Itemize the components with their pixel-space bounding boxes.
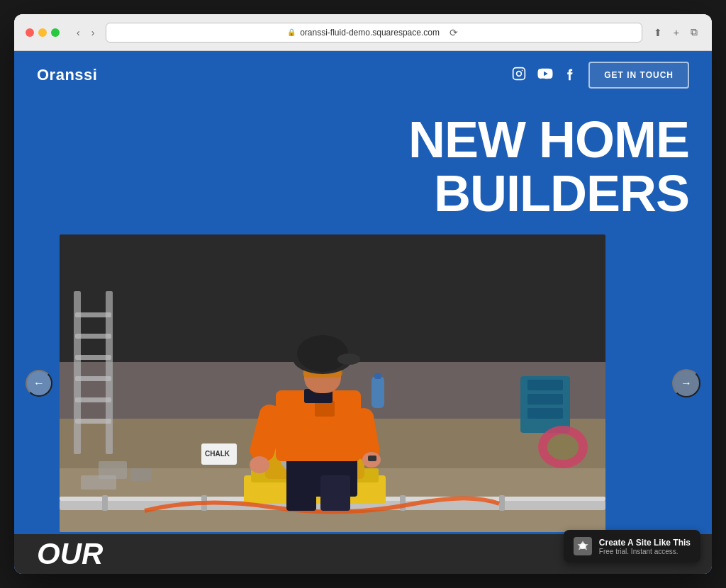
svg-point-62 xyxy=(580,543,586,549)
hero-title-area: NEW HOME BUILDERS xyxy=(14,99,712,232)
svg-rect-47 xyxy=(286,475,316,511)
svg-point-2 xyxy=(522,69,523,71)
lock-icon: 🔒 xyxy=(287,28,296,36)
svg-rect-43 xyxy=(75,376,111,381)
svg-rect-12 xyxy=(527,394,563,405)
svg-rect-26 xyxy=(102,495,108,511)
svg-rect-50 xyxy=(315,401,335,417)
close-button[interactable] xyxy=(26,28,34,37)
svg-rect-21 xyxy=(374,373,381,379)
svg-rect-18 xyxy=(130,468,152,481)
sq-logo-icon xyxy=(574,537,592,555)
svg-rect-11 xyxy=(527,380,563,390)
slider-next-button[interactable]: → xyxy=(672,369,700,397)
svg-rect-48 xyxy=(320,475,350,511)
traffic-lights xyxy=(26,28,60,37)
slider-image: CHALK xyxy=(60,234,605,532)
slider-prev-button[interactable]: ← xyxy=(26,370,52,397)
hero-title-line1: NEW HOME xyxy=(37,113,689,167)
get-in-touch-button[interactable]: GET IN TOUCH xyxy=(588,62,689,89)
new-tab-icon[interactable]: + xyxy=(671,26,682,40)
fullscreen-button[interactable] xyxy=(51,28,60,37)
browser-controls: ‹ › xyxy=(74,26,97,40)
svg-rect-42 xyxy=(75,355,111,360)
browser-actions: ⬆ + ⧉ xyxy=(651,25,700,40)
facebook-icon[interactable] xyxy=(564,66,574,85)
svg-rect-20 xyxy=(372,376,384,408)
hero-title: NEW HOME BUILDERS xyxy=(37,113,689,220)
sq-main-text: Create A Site Like This xyxy=(599,538,691,548)
svg-rect-41 xyxy=(75,334,111,339)
svg-rect-44 xyxy=(75,397,111,402)
svg-rect-13 xyxy=(527,408,563,419)
svg-rect-0 xyxy=(513,67,525,79)
website: Oranssi xyxy=(14,51,712,574)
svg-rect-56 xyxy=(368,456,376,461)
prev-arrow-icon: ← xyxy=(33,377,45,390)
hero-title-line2: BUILDERS xyxy=(37,167,689,221)
svg-rect-45 xyxy=(75,419,111,424)
instagram-icon[interactable] xyxy=(512,67,526,84)
hero-section: NEW HOME BUILDERS ← xyxy=(14,99,712,574)
tabs-icon[interactable]: ⧉ xyxy=(688,25,700,40)
youtube-icon[interactable] xyxy=(537,68,553,83)
svg-rect-19 xyxy=(81,475,116,490)
svg-point-1 xyxy=(517,71,522,76)
minimize-button[interactable] xyxy=(38,28,47,37)
sq-sub-text: Free trial. Instant access. xyxy=(599,548,691,555)
address-bar[interactable]: 🔒 oranssi-fluid-demo.squarespace.com ⟳ xyxy=(106,23,642,43)
browser-window: ‹ › 🔒 oranssi-fluid-demo.squarespace.com… xyxy=(14,14,712,574)
svg-point-16 xyxy=(547,434,579,460)
svg-point-60 xyxy=(297,335,348,372)
svg-rect-40 xyxy=(75,312,111,317)
construction-scene: CHALK xyxy=(60,234,605,532)
back-icon[interactable]: ‹ xyxy=(74,26,83,40)
svg-rect-30 xyxy=(499,495,505,511)
svg-point-61 xyxy=(337,354,360,365)
url-text: oranssi-fluid-demo.squarespace.com xyxy=(300,28,440,38)
nav-right: GET IN TOUCH xyxy=(512,62,689,89)
svg-rect-29 xyxy=(400,495,406,511)
image-slider: ← xyxy=(14,232,712,534)
next-arrow-icon: → xyxy=(681,377,692,390)
share-icon[interactable]: ⬆ xyxy=(651,26,665,40)
forward-icon[interactable]: › xyxy=(89,26,98,40)
squarespace-badge[interactable]: Create A Site Like This Free trial. Inst… xyxy=(564,530,700,562)
navbar: Oranssi xyxy=(14,51,712,99)
section-title: Our xyxy=(37,539,103,569)
browser-chrome: ‹ › 🔒 oranssi-fluid-demo.squarespace.com… xyxy=(14,14,712,51)
reload-icon[interactable]: ⟳ xyxy=(447,26,461,40)
svg-text:CHALK: CHALK xyxy=(205,450,230,458)
nav-logo[interactable]: Oranssi xyxy=(37,66,97,84)
nav-icons xyxy=(512,66,574,85)
sq-text: Create A Site Like This Free trial. Inst… xyxy=(599,538,691,555)
svg-point-53 xyxy=(250,456,269,473)
